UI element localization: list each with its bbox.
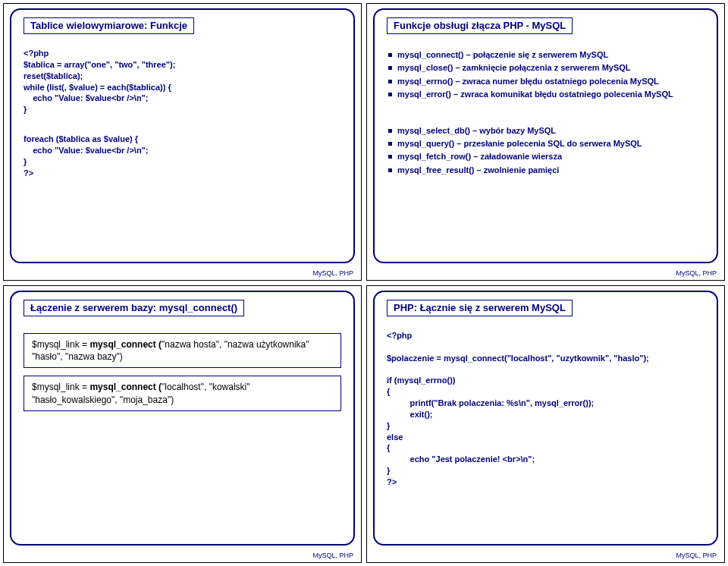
slide-4-code: <?php $polaczenie = mysql_connect("local… xyxy=(387,330,704,488)
slide-1-panel: Tablice wielowymiarowe: Funkcje <?php $t… xyxy=(10,8,355,263)
slide-1-code-1: <?php $tablica = array("one", "two", "th… xyxy=(24,48,341,115)
slide-3-title: Łączenie z serwerem bazy: mysql_connect(… xyxy=(24,300,244,316)
slide-2-a-0: mysql_connect() – połączenie się z serwe… xyxy=(387,49,704,61)
slide-2-b-2: mysql_fetch_row() – załadowanie wiersza xyxy=(387,151,704,162)
slide-2-a-2: mysql_errno() – zwraca numer błędu ostat… xyxy=(387,76,704,87)
slide-2-a-3: mysql_error() – zwraca komunikat błędu o… xyxy=(387,89,704,100)
slide-4-title: PHP: Łącznie się z serwerem MySQL xyxy=(387,300,573,316)
slide-3: Łączenie z serwerem bazy: mysql_connect(… xyxy=(3,285,362,563)
slide-2-b-3: mysql_free_result() – zwolnienie pamięci xyxy=(387,165,704,176)
slide-1: Tablice wielowymiarowe: Funkcje <?php $t… xyxy=(3,3,362,281)
slide-3-panel: Łączenie z serwerem bazy: mysql_connect(… xyxy=(10,291,355,546)
slide-2-b-0: mysql_select_db() – wybór bazy MySQL xyxy=(387,125,704,137)
slide-1-title: Tablice wielowymiarowe: Funkcje xyxy=(24,17,194,34)
slide-4-panel: PHP: Łącznie się z serwerem MySQL <?php … xyxy=(373,291,718,546)
slide-2-list-b: mysql_select_db() – wybór bazy MySQL mys… xyxy=(387,125,704,177)
slide-4: PHP: Łącznie się z serwerem MySQL <?php … xyxy=(366,285,725,563)
slide-3-box-1: $mysql_link = mysql_connect ("nazwa host… xyxy=(24,333,341,368)
slide-3-box1-bold: mysql_connect ( xyxy=(89,339,162,350)
slide-2-title: Funkcje obsługi złącza PHP - MySQL xyxy=(387,17,573,34)
slide-4-footer: MySQL, PHP xyxy=(676,552,717,559)
slide-2-footer: MySQL, PHP xyxy=(676,269,717,277)
slide-1-footer: MySQL, PHP xyxy=(312,269,353,277)
slide-3-box2-bold: mysql_connect ( xyxy=(89,382,162,392)
slide-2-a-1: mysql_close() – zamknięcie połączenia z … xyxy=(387,62,704,74)
slide-2-panel: Funkcje obsługi złącza PHP - MySQL mysql… xyxy=(373,8,718,263)
slide-3-footer: MySQL, PHP xyxy=(312,552,353,559)
slide-3-box2-pre: $mysql_link = xyxy=(32,382,89,392)
slide-2: Funkcje obsługi złącza PHP - MySQL mysql… xyxy=(366,3,725,281)
slide-3-box-2: $mysql_link = mysql_connect ("localhost"… xyxy=(24,376,341,410)
slide-2-list-a: mysql_connect() – połączenie się z serwe… xyxy=(387,49,704,101)
slide-1-code-2: foreach ($tablica as $value) { echo "Val… xyxy=(24,134,341,178)
slide-3-box1-pre: $mysql_link = xyxy=(32,339,89,350)
slide-2-b-1: mysql_query() – przesłanie polecenia SQL… xyxy=(387,138,704,149)
